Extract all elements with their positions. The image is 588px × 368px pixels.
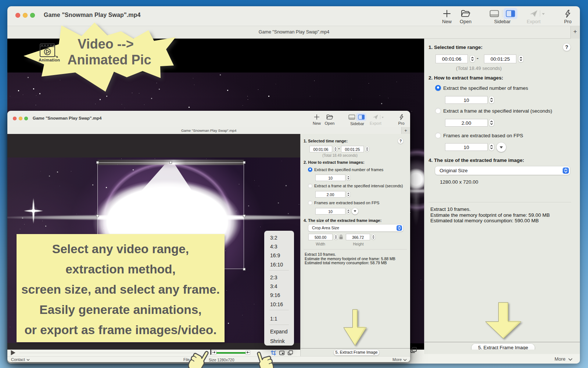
- svg-text:Animation: Animation: [39, 58, 60, 62]
